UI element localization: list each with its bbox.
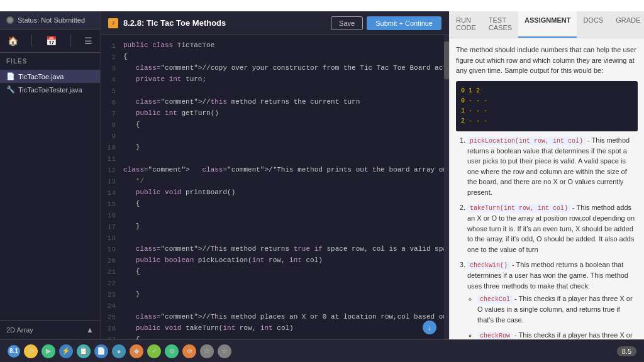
line-number: 15 [106,199,116,210]
code-vscrollbar[interactable] [444,35,449,339]
editor-title-area: J 8.2.8: Tic Tac Toe Methods [108,18,226,28]
code-content[interactable]: public class TicTacToe{ class="comment">… [121,35,444,339]
version-badge: 8.1 [8,345,20,358]
editor-header: J 8.2.8: Tic Tac Toe Methods Save Submit… [101,11,449,35]
instructions-list: pickLocation(int row, int col) - This me… [456,135,638,340]
sidebar-chevron-icon[interactable]: ▲ [86,326,94,334]
code-line: class="comment"> class="comment">/*This … [123,165,441,176]
bottom-icon-doc[interactable]: 📄 [94,344,108,358]
editor-file-icon: J [108,18,118,28]
code-line: private int turn; [123,74,441,85]
line-number: 5 [106,85,116,97]
bottom-icon-plus-circle[interactable]: ⊕ [165,344,179,358]
submit-continue-button[interactable]: Submit + Continue [367,16,441,30]
code-line: public void takeTurn(int row, int col) [123,323,441,334]
sidebar-bottom-label: 2D Array [6,326,33,334]
tab-assignment[interactable]: ASSIGNMENT [518,11,577,38]
right-panel: RUN CODE TEST CASES ASSIGNMENT DOCS GRAD… [449,11,644,339]
files-label: FILES [0,53,100,70]
code-line: */ [123,176,441,187]
scroll-bottom-button[interactable]: ↓ [423,321,436,334]
line-number: 19 [106,244,116,255]
line-number: 27 [106,334,116,339]
right-tabs: RUN CODE TEST CASES ASSIGNMENT DOCS GRAD… [450,11,644,38]
code-line: } [123,221,441,233]
line-number: 16 [106,210,116,221]
editor-buttons: Save Submit + Continue [331,16,441,30]
code-line: { [123,199,441,210]
tab-test-cases[interactable]: TEST CASES [482,11,518,38]
line-number: 22 [106,278,116,289]
line-number: 24 [106,300,116,312]
bottom-icon-orange[interactable]: ◆ [130,344,143,358]
bottom-icon-blue-circle[interactable]: ● [112,344,126,358]
line-number: 7 [106,108,116,119]
instruction-item-3: takeTurn(int row, int col) - This method… [467,202,638,255]
line-number: 23 [106,289,116,300]
line-number: 3 [106,63,116,74]
intro-text: The method should include numbers that c… [456,45,638,76]
code-line: { [123,266,441,278]
editor-title: 8.2.8: Tic Tac Toe Methods [123,18,226,28]
code-line: public int getTurn() [123,108,441,119]
subitem-checkcol: checkCol - This checks if a player has t… [477,293,638,325]
code-line: } [123,142,441,153]
code-line: public class TicTacToe [123,40,441,52]
code-line: class="comment">//copy over your constru… [123,63,441,74]
subitems-list: checkCol - This checks if a player has t… [467,293,638,339]
status-text: Status: Not Submitted [18,16,85,24]
code-scroll-area: 1234567891011121314151617181920212223242… [101,35,449,339]
tab-grade[interactable]: GRADE [609,11,644,38]
line-number: 1 [106,40,116,52]
sidebar-icons: 🏠 📅 ☰ [0,30,100,53]
editor-section: J 8.2.8: Tic Tac Toe Methods Save Submit… [101,11,449,339]
separator2 [70,35,71,47]
code-line [123,300,441,312]
bottom-icon-check[interactable]: ✓ [147,344,161,358]
code-line [123,233,441,244]
tab-run-code[interactable]: RUN CODE [450,11,482,38]
file-icon-java2: 🔧 [6,85,15,94]
bottom-icon-x-circle[interactable]: ⊗ [182,344,196,358]
instruction-item-2: pickLocation(int row, int col) - This me… [467,135,638,198]
code-line [123,278,441,289]
line-number: 10 [106,142,116,153]
code-vscroll-thumb[interactable] [444,41,449,79]
bottom-icon-star2[interactable]: ☆ [218,344,231,358]
save-button[interactable]: Save [331,16,363,30]
sidebar: Status: Not Submitted 🏠 📅 ☰ FILES 📄 TicT… [0,11,101,339]
code-line [123,85,441,97]
editor-wrapper: 1234567891011121314151617181920212223242… [101,35,449,339]
line-number: 25 [106,312,116,323]
line-number: 20 [106,255,116,266]
file-item-tictactoetester[interactable]: 🔧 TicTacToeTester.java [0,83,100,96]
tab-docs[interactable]: DOCS [577,11,609,38]
code-line: public void printBoard() [123,187,441,199]
file-name-tester: TicTacToeTester.java [18,86,82,94]
sidebar-bottom: 2D Array ▲ [0,320,100,339]
sidebar-status: Status: Not Submitted [0,11,100,30]
code-line [123,153,441,165]
calendar-icon[interactable]: 📅 [42,35,60,47]
code-line: public boolean pickLocation(int row, int… [123,255,441,266]
code-line: { [123,334,441,339]
line-number: 26 [106,323,116,334]
bottom-icon-clipboard[interactable]: 📋 [77,344,91,358]
bottom-icon-star1[interactable]: ☆ [200,344,214,358]
menu-icon[interactable]: ☰ [80,35,96,47]
line-number: 6 [106,97,116,108]
top-bar [0,0,644,11]
bottom-icon-refresh[interactable]: ⟳ [24,344,38,358]
bottom-icon-lightning[interactable]: ⚡ [59,344,73,358]
file-item-tictactoe[interactable]: 📄 TicTacToe.java [0,70,100,83]
app-container: Status: Not Submitted 🏠 📅 ☰ FILES 📄 TicT… [0,11,644,339]
code-area[interactable]: 1234567891011121314151617181920212223242… [101,35,444,339]
file-name-tictactoe: TicTacToe.java [18,73,64,80]
home-icon[interactable]: 🏠 [4,35,22,47]
file-tree: 📄 TicTacToe.java 🔧 TicTacToeTester.java [0,70,100,320]
subitem-checkrow: checkRow - This checks if a player has t… [477,330,638,339]
line-number: 13 [106,176,116,187]
line-number: 11 [106,153,116,165]
bottom-icon-run[interactable]: ▶ [42,344,55,358]
line-number: 21 [106,266,116,278]
